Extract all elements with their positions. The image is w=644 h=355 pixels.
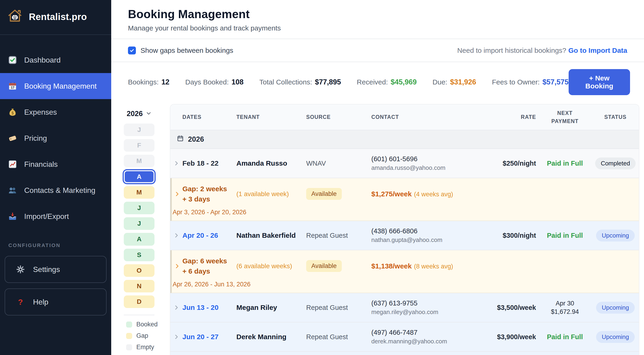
stat-fees-to-owner: Fees to Owner:$57,575: [492, 78, 568, 86]
money-bag-icon: $: [8, 107, 18, 117]
month-button-may[interactable]: M: [124, 186, 154, 199]
next-payment-date: Apr 30: [538, 299, 592, 308]
settings-button[interactable]: Settings: [5, 256, 106, 283]
month-button-aug[interactable]: A: [124, 233, 154, 246]
import-hint-text: Need to import historical bookings?: [457, 46, 566, 54]
booking-dates[interactable]: Feb 18 - 22: [182, 159, 236, 167]
contact-cell: (601) 601-5696 amanda.russo@yahoo.com: [371, 155, 480, 172]
tenant-name: Amanda Russo: [236, 159, 306, 167]
month-button-jun[interactable]: J: [124, 202, 154, 214]
page-header: Booking Management Manage your rental bo…: [111, 0, 644, 38]
column-header-rate: Rate: [480, 114, 538, 120]
settings-label: Settings: [33, 265, 60, 274]
sidebar-item-label: Import/Export: [24, 212, 69, 221]
column-header-tenant: Tenant: [236, 114, 306, 120]
inbox-tray-icon: [8, 211, 18, 222]
new-booking-button[interactable]: + New Booking: [568, 69, 630, 95]
stats-bar: Bookings:12 Days Booked:108 Total Collec…: [111, 62, 644, 102]
next-payment-status: Paid in Full: [538, 160, 592, 167]
booking-row[interactable]: Jun 20 - 27 Derek Manning Repeat Guest (…: [170, 322, 639, 352]
column-header-source: Source: [306, 114, 371, 120]
legend-gap: Gap: [126, 332, 158, 340]
stat-total-collections: Total Collections:$77,895: [260, 78, 341, 86]
year-dropdown-value: 2026: [127, 110, 143, 118]
column-header-dates: Dates: [182, 114, 236, 120]
show-gaps-checkbox[interactable]: [128, 46, 136, 54]
calendar-icon: 17: [8, 81, 18, 91]
sidebar-nav: Dashboard 17 Booking Management $ Expens…: [0, 47, 111, 230]
booking-row[interactable]: Jun 27 - Jul 4 Christopher Lee WNAV (436…: [170, 352, 639, 355]
month-button-sep[interactable]: S: [124, 249, 154, 261]
booking-rate: $300/night: [480, 232, 538, 240]
tenant-name: Megan Riley: [236, 304, 306, 312]
booking-source: Repeat Guest: [306, 232, 371, 240]
next-payment-status: Paid in Full: [538, 333, 592, 341]
booking-row[interactable]: Feb 18 - 22 Amanda Russo WNAV (601) 601-…: [170, 149, 639, 178]
show-gaps-toggle[interactable]: Show gaps between bookings: [128, 46, 233, 54]
gap-row[interactable]: Gap: 6 weeks + 6 days (6 available weeks…: [170, 250, 639, 293]
tenant-name: Derek Manning: [236, 333, 306, 341]
app-window: Rentalist.pro Dashboard 17 Booking Manag…: [0, 0, 644, 355]
expand-chevron-icon[interactable]: [170, 232, 182, 238]
booking-dates[interactable]: Jun 20 - 27: [182, 333, 236, 341]
sidebar-item-dashboard[interactable]: Dashboard: [0, 47, 111, 73]
month-button-jul[interactable]: J: [124, 217, 154, 230]
month-button-feb[interactable]: F: [124, 139, 154, 152]
contact-phone: (438) 666-6806: [371, 227, 480, 235]
gear-icon: [15, 264, 26, 274]
sidebar-item-pricing[interactable]: Pricing: [0, 125, 111, 151]
gap-title[interactable]: Gap: 6 weeks + 6 days: [182, 256, 236, 276]
help-button[interactable]: ? Help: [5, 288, 106, 316]
sidebar-item-contacts-marketing[interactable]: Contacts & Marketing: [0, 177, 111, 203]
gap-date-range: Apr 26, 2026 - Jun 13, 2026: [172, 281, 639, 288]
contact-phone: (637) 613-9755: [371, 300, 480, 307]
gap-row[interactable]: Gap: 2 weeks + 3 days (1 available week)…: [170, 178, 639, 221]
expand-chevron-icon[interactable]: [172, 263, 182, 269]
page-title: Booking Management: [128, 8, 627, 21]
gap-title[interactable]: Gap: 2 weeks + 3 days: [182, 184, 236, 204]
booking-dates[interactable]: Apr 20 - 26: [182, 232, 236, 240]
month-button-nov[interactable]: N: [124, 280, 154, 292]
available-badge: Available: [306, 260, 342, 272]
help-label: Help: [33, 298, 48, 306]
expand-chevron-icon[interactable]: [170, 304, 182, 310]
sidebar-item-financials[interactable]: Financials: [0, 151, 111, 177]
month-button-jan[interactable]: J: [124, 124, 154, 136]
toolbar: Show gaps between bookings Need to impor…: [111, 39, 644, 62]
contact-cell: (497) 466-7487 derek.manning@yahoo.com: [371, 329, 480, 345]
contact-email: amanda.russo@yahoo.com: [371, 164, 480, 172]
sidebar-item-import-export[interactable]: Import/Export: [0, 203, 111, 230]
year-dropdown[interactable]: 2026: [127, 110, 152, 118]
sidebar-divider: [0, 34, 111, 35]
svg-text:$: $: [12, 111, 14, 116]
month-button-mar[interactable]: M: [124, 155, 154, 167]
contact-cell: (438) 666-6806 nathan.gupta@yahoo.com: [371, 227, 480, 244]
sidebar-item-expenses[interactable]: $ Expenses: [0, 99, 111, 125]
sidebar-item-label: Contacts & Marketing: [24, 186, 96, 195]
chevron-down-icon: [146, 110, 152, 118]
month-button-oct[interactable]: O: [124, 264, 154, 277]
contact-phone: (497) 466-7487: [371, 329, 480, 336]
expand-chevron-icon[interactable]: [172, 191, 182, 197]
booking-dates[interactable]: Jun 13 - 20: [182, 304, 236, 312]
booking-row[interactable]: Jun 13 - 20 Megan Riley Repeat Guest (63…: [170, 293, 639, 322]
stat-days-booked: Days Booked:108: [185, 78, 244, 86]
month-button-dec[interactable]: D: [124, 296, 154, 308]
svg-text:17: 17: [11, 86, 14, 89]
gap-color-chip: [126, 333, 132, 339]
month-button-apr-selected[interactable]: A: [124, 170, 154, 183]
year-group-label: 2026: [188, 135, 204, 144]
gap-rate-note: (8 weeks avg): [414, 263, 453, 270]
next-payment-amount: $1,672.94: [538, 308, 592, 316]
expand-chevron-icon[interactable]: [170, 334, 182, 340]
sidebar-item-booking-management[interactable]: 17 Booking Management: [0, 73, 111, 99]
stat-received: Received:$45,969: [357, 78, 417, 86]
expand-chevron-icon[interactable]: [170, 160, 182, 166]
dashboard-check-icon: [8, 55, 18, 65]
brand: Rentalist.pro: [0, 0, 111, 34]
booking-rate: $3,500/week: [480, 304, 538, 312]
booking-row[interactable]: Apr 20 - 26 Nathan Bakerfield Repeat Gue…: [170, 221, 639, 250]
contact-phone: (601) 601-5696: [371, 155, 480, 163]
go-to-import-data-link[interactable]: Go to Import Data: [568, 46, 627, 54]
booking-rate: $3,900/week: [480, 333, 538, 341]
